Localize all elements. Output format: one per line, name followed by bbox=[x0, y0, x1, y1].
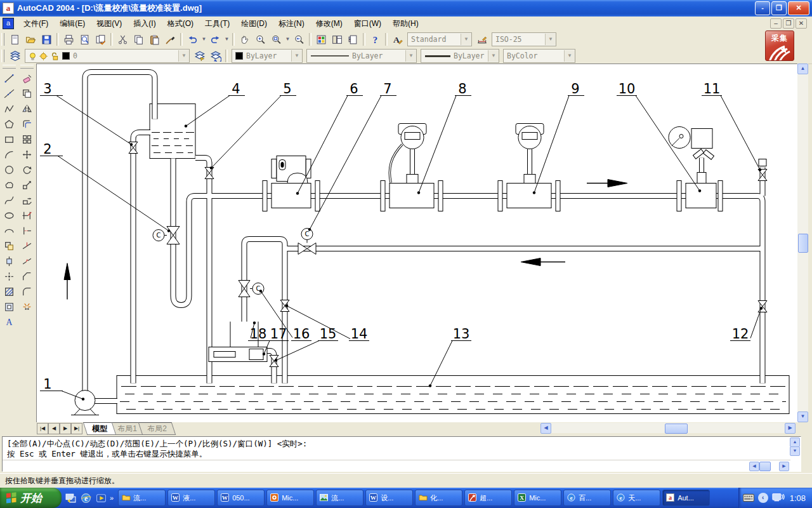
media-player-icon[interactable] bbox=[95, 491, 107, 504]
paste-icon[interactable] bbox=[147, 32, 162, 47]
close-button[interactable]: ✕ bbox=[788, 1, 809, 15]
extend-icon[interactable] bbox=[19, 223, 35, 238]
scroll-left-icon[interactable]: ◀ bbox=[540, 423, 551, 434]
redo-icon[interactable] bbox=[207, 32, 223, 47]
move-icon[interactable] bbox=[19, 147, 35, 162]
ellipse-arc-icon[interactable] bbox=[1, 223, 17, 238]
insert-block-icon[interactable] bbox=[1, 238, 17, 253]
menu-item-9[interactable]: 窗口(W) bbox=[348, 17, 387, 30]
zoom-window-flyout-arrow-icon[interactable]: ▼ bbox=[284, 32, 291, 46]
erase-icon[interactable] bbox=[19, 70, 35, 86]
start-button[interactable]: 开始 bbox=[0, 488, 62, 508]
zoom-previous-icon[interactable] bbox=[291, 32, 307, 47]
text-style-icon[interactable]: A bbox=[390, 32, 405, 47]
region-icon[interactable] bbox=[1, 299, 17, 314]
mdi-restore-button[interactable]: ❐ bbox=[783, 18, 794, 29]
taskbar-button-3[interactable]: Mic... bbox=[266, 490, 314, 506]
trim-icon[interactable] bbox=[19, 208, 35, 223]
restore-button[interactable]: ❐ bbox=[771, 1, 787, 15]
make-layer-current-icon[interactable] bbox=[192, 48, 207, 64]
menu-item-6[interactable]: 绘图(D) bbox=[235, 17, 273, 30]
toolbar-grip[interactable] bbox=[1, 33, 4, 46]
dim-style-select[interactable]: ISO-25▼ bbox=[492, 32, 556, 46]
offset-icon[interactable] bbox=[19, 116, 35, 131]
taskbar-button-11[interactable]: aAut... bbox=[662, 490, 710, 506]
taskbar-button-10[interactable]: e天... bbox=[613, 490, 660, 506]
menu-item-8[interactable]: 修改(M) bbox=[310, 17, 348, 30]
properties-icon[interactable] bbox=[313, 32, 329, 47]
tab-prev-button[interactable]: ◀ bbox=[48, 423, 60, 434]
ellipse-icon[interactable] bbox=[1, 208, 17, 223]
display-audio-tray-icon[interactable] bbox=[772, 493, 785, 503]
break-icon[interactable] bbox=[19, 253, 35, 269]
quicklaunch-overflow-chevron[interactable]: » bbox=[110, 494, 114, 502]
taskbar-button-0[interactable]: 流... bbox=[118, 490, 166, 506]
taskbar-button-5[interactable]: W设... bbox=[365, 490, 413, 506]
break-at-point-icon[interactable] bbox=[19, 238, 35, 253]
construction-line-icon[interactable] bbox=[1, 86, 17, 101]
drawing-canvas[interactable]: 123456789101112131415161718CCC bbox=[36, 64, 798, 422]
polyline-icon[interactable] bbox=[1, 101, 17, 116]
text-style-select[interactable]: Standard▼ bbox=[407, 32, 472, 46]
menu-item-4[interactable]: 格式(O) bbox=[162, 17, 199, 30]
plot-style-select[interactable]: ByColor▼ bbox=[503, 49, 575, 63]
tab-last-button[interactable]: ▶| bbox=[71, 423, 82, 434]
color-select[interactable]: ByLayer▼ bbox=[232, 49, 303, 63]
hscroll-thumb[interactable] bbox=[665, 424, 688, 434]
undo-flyout-arrow-icon[interactable]: ▼ bbox=[200, 32, 207, 46]
menu-item-2[interactable]: 视图(V) bbox=[91, 17, 128, 30]
menu-item-3[interactable]: 插入(I) bbox=[128, 17, 161, 30]
hatch-icon[interactable] bbox=[1, 284, 17, 299]
tab-first-button[interactable]: |◀ bbox=[37, 423, 48, 434]
internet-explorer-icon[interactable]: e bbox=[79, 491, 92, 504]
drawing-file-icon[interactable]: a bbox=[3, 18, 14, 29]
rectangle-icon[interactable] bbox=[1, 131, 17, 147]
menu-item-1[interactable]: 编辑(E) bbox=[54, 17, 91, 30]
cmd-scroll-right-icon[interactable]: ▶ bbox=[779, 462, 789, 471]
pan-icon[interactable] bbox=[237, 32, 252, 47]
print-preview-icon[interactable] bbox=[77, 32, 93, 47]
vscroll-thumb[interactable] bbox=[798, 234, 808, 253]
help-icon[interactable]: ? bbox=[367, 32, 383, 47]
capture-plugin-logo[interactable]: 采集 bbox=[765, 30, 794, 61]
mdi-minimize-button[interactable]: – bbox=[770, 18, 782, 29]
command-history[interactable]: [全部(A)/中心点(C)/动态(D)/范围(E)/上一个(P)/比例(S)/窗… bbox=[2, 436, 801, 472]
taskbar-button-7[interactable]: 超... bbox=[464, 490, 512, 506]
taskbar-button-9[interactable]: e百... bbox=[563, 490, 611, 506]
point-icon[interactable] bbox=[1, 269, 17, 284]
arc-icon[interactable] bbox=[1, 147, 17, 162]
taskbar-button-1[interactable]: W液... bbox=[167, 490, 215, 506]
menu-item-5[interactable]: 工具(T) bbox=[199, 17, 235, 30]
layer-select[interactable]: 0▼ bbox=[25, 49, 190, 63]
menu-item-7[interactable]: 标注(N) bbox=[273, 17, 310, 30]
open-icon[interactable] bbox=[23, 32, 39, 47]
mirror-icon[interactable] bbox=[19, 101, 35, 116]
toolbar-grip[interactable] bbox=[1, 50, 4, 62]
scroll-up-icon[interactable]: ▲ bbox=[797, 64, 808, 74]
save-icon[interactable] bbox=[39, 32, 55, 47]
rotate-icon[interactable] bbox=[19, 162, 35, 177]
stretch-icon[interactable] bbox=[19, 192, 35, 208]
menu-item-0[interactable]: 文件(F) bbox=[18, 17, 54, 30]
scroll-right-icon[interactable]: ▶ bbox=[785, 423, 796, 434]
new-icon[interactable] bbox=[7, 32, 23, 47]
scale-icon[interactable] bbox=[19, 177, 35, 192]
copy-object-icon[interactable] bbox=[19, 86, 35, 101]
linetype-select[interactable]: ByLayer▼ bbox=[306, 49, 417, 63]
taskbar-button-8[interactable]: XMic... bbox=[514, 490, 561, 506]
zoom-window-icon[interactable] bbox=[268, 32, 284, 47]
cut-icon[interactable] bbox=[115, 32, 131, 47]
tab-layout2[interactable]: 布局2 bbox=[138, 422, 175, 435]
array-icon[interactable] bbox=[19, 131, 35, 147]
fillet-icon[interactable] bbox=[19, 284, 35, 299]
polygon-icon[interactable] bbox=[1, 116, 17, 131]
zoom-realtime-icon[interactable] bbox=[252, 32, 268, 47]
minimize-button[interactable]: - bbox=[755, 1, 770, 15]
taskbar-button-2[interactable]: W050... bbox=[217, 490, 265, 506]
designcenter-icon[interactable] bbox=[329, 32, 345, 47]
tray-collapse-chevron[interactable]: ‹ bbox=[758, 493, 768, 503]
cmd-scroll-down-icon[interactable]: ▼ bbox=[790, 446, 800, 456]
multiline-text-icon[interactable]: A bbox=[1, 314, 17, 330]
cmd-scroll-up-icon[interactable]: ▲ bbox=[790, 438, 800, 447]
tab-next-button[interactable]: ▶ bbox=[60, 423, 71, 434]
